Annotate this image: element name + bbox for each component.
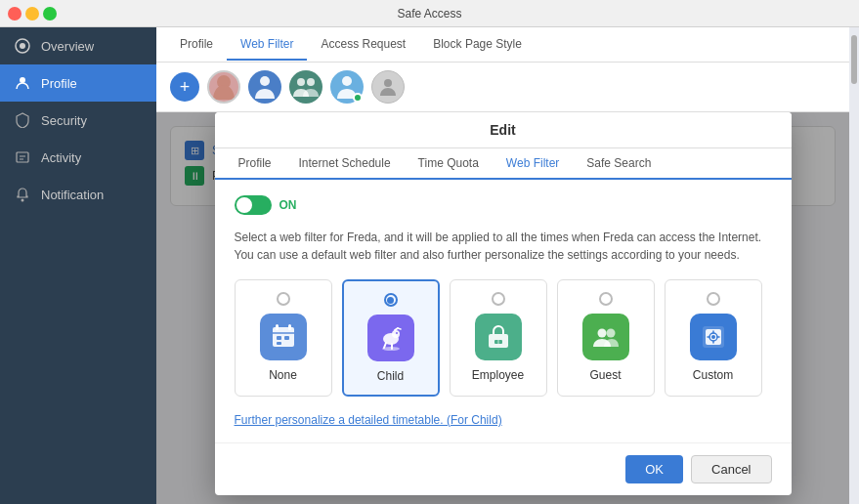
filter-option-child[interactable]: Child bbox=[342, 279, 440, 397]
avatar-user3[interactable] bbox=[289, 70, 322, 104]
svg-point-10 bbox=[307, 78, 315, 86]
sidebar-item-activity[interactable]: Activity bbox=[0, 139, 156, 176]
svg-point-2 bbox=[20, 77, 25, 83]
sidebar: Overview Profile Security bbox=[0, 27, 156, 504]
detail-link[interactable]: Further personalize a detailed timetable… bbox=[235, 413, 502, 427]
close-button[interactable] bbox=[8, 7, 21, 21]
svg-point-27 bbox=[382, 347, 400, 351]
filter-label-custom: Custom bbox=[693, 368, 733, 382]
svg-rect-13 bbox=[273, 327, 294, 347]
page-body: ⊞ Set Web Filter ⏸ Pause all Reward ⊞ Se… bbox=[156, 112, 849, 504]
sidebar-item-profile[interactable]: Profile bbox=[0, 64, 156, 102]
ok-button[interactable]: OK bbox=[625, 455, 683, 483]
web-filter-toggle[interactable] bbox=[235, 195, 272, 215]
sidebar-item-security-label: Security bbox=[41, 113, 87, 128]
svg-rect-17 bbox=[277, 336, 281, 340]
svg-point-32 bbox=[606, 329, 615, 338]
filter-label-child: Child bbox=[377, 369, 404, 383]
modal-tab-web-filter[interactable]: Web Filter bbox=[493, 148, 573, 180]
modal-overlay: Edit Profile Internet Schedule Time Quot… bbox=[156, 112, 849, 504]
main-content: Profile Web Filter Access Request Block … bbox=[156, 27, 849, 504]
tab-block-page-style[interactable]: Block Page Style bbox=[419, 29, 536, 61]
svg-point-21 bbox=[392, 330, 400, 338]
description-text: Select a web filter for Freda, and it wi… bbox=[235, 229, 772, 264]
scrollbar-thumb[interactable] bbox=[851, 35, 857, 84]
avatar-freda[interactable] bbox=[207, 70, 240, 104]
tab-profile[interactable]: Profile bbox=[166, 29, 227, 61]
toggle-row: ON bbox=[235, 195, 772, 215]
filter-radio-guest bbox=[599, 292, 613, 306]
svg-rect-19 bbox=[277, 342, 281, 345]
svg-point-8 bbox=[260, 76, 270, 86]
profile-icon bbox=[14, 74, 31, 92]
svg-rect-15 bbox=[288, 324, 291, 330]
modal-tab-profile[interactable]: Profile bbox=[225, 148, 285, 180]
modal-footer: OK Cancel bbox=[215, 442, 792, 495]
modal-tab-time-quota[interactable]: Time Quota bbox=[405, 148, 493, 180]
filter-option-custom[interactable]: Custom bbox=[665, 279, 762, 397]
sidebar-item-security[interactable]: Security bbox=[0, 102, 156, 139]
svg-rect-3 bbox=[17, 152, 28, 162]
maximize-button[interactable] bbox=[43, 7, 57, 21]
filter-label-employee: Employee bbox=[472, 368, 524, 382]
svg-point-9 bbox=[297, 78, 305, 86]
filter-icon-guest bbox=[582, 314, 629, 360]
modal-tab-safe-search[interactable]: Safe Search bbox=[573, 148, 665, 180]
filter-icon-employee bbox=[475, 314, 522, 360]
filter-radio-custom bbox=[707, 292, 720, 306]
sidebar-item-notification[interactable]: Notification bbox=[0, 176, 156, 213]
modal-header: Edit bbox=[215, 112, 792, 148]
svg-point-12 bbox=[384, 79, 392, 87]
tab-web-filter[interactable]: Web Filter bbox=[227, 29, 307, 61]
app-title: Safe Access bbox=[76, 7, 783, 21]
sidebar-item-overview-label: Overview bbox=[41, 39, 94, 54]
svg-line-25 bbox=[384, 343, 386, 348]
user-bar: + bbox=[156, 63, 849, 112]
filter-grid: None bbox=[235, 279, 772, 397]
svg-rect-14 bbox=[276, 324, 279, 330]
modal-tab-internet-schedule[interactable]: Internet Schedule bbox=[285, 148, 405, 180]
sidebar-item-overview[interactable]: Overview bbox=[0, 27, 156, 64]
security-icon bbox=[14, 111, 31, 129]
minimize-button[interactable] bbox=[25, 7, 39, 21]
tab-access-request[interactable]: Access Request bbox=[307, 29, 419, 61]
svg-line-23 bbox=[398, 328, 401, 329]
scrollbar-track[interactable] bbox=[849, 27, 859, 504]
filter-label-guest: Guest bbox=[589, 368, 621, 382]
avatar-user5[interactable] bbox=[371, 70, 405, 104]
sidebar-item-profile-label: Profile bbox=[41, 76, 77, 91]
notification-icon bbox=[14, 186, 31, 203]
titlebar: Safe Access bbox=[0, 0, 859, 27]
filter-option-employee[interactable]: Employee bbox=[450, 279, 547, 397]
modal-tabs: Profile Internet Schedule Time Quota Web… bbox=[215, 148, 792, 180]
sidebar-item-notification-label: Notification bbox=[41, 188, 104, 202]
svg-point-24 bbox=[396, 332, 398, 334]
filter-icon-none bbox=[260, 314, 307, 360]
svg-rect-18 bbox=[284, 336, 289, 340]
modal-title: Edit bbox=[490, 122, 515, 138]
activity-icon bbox=[14, 148, 31, 166]
svg-point-6 bbox=[21, 199, 24, 202]
filter-option-guest[interactable]: Guest bbox=[557, 279, 655, 397]
cancel-button[interactable]: Cancel bbox=[691, 455, 771, 483]
edit-modal: Edit Profile Internet Schedule Time Quot… bbox=[215, 112, 792, 495]
overview-icon bbox=[14, 37, 31, 55]
modal-body: ON Select a web filter for Freda, and it… bbox=[215, 180, 792, 442]
filter-radio-none bbox=[277, 292, 290, 306]
svg-point-31 bbox=[597, 329, 606, 338]
filter-radio-employee bbox=[492, 292, 505, 306]
avatar-user2[interactable] bbox=[248, 70, 281, 104]
toggle-label: ON bbox=[279, 198, 297, 212]
svg-point-11 bbox=[342, 76, 352, 86]
svg-point-1 bbox=[20, 43, 25, 49]
filter-option-none[interactable]: None bbox=[235, 279, 332, 397]
avatar-user4[interactable] bbox=[330, 70, 364, 104]
filter-label-none: None bbox=[269, 368, 297, 382]
filter-radio-child bbox=[384, 293, 398, 307]
top-tabs: Profile Web Filter Access Request Block … bbox=[156, 27, 849, 63]
filter-icon-child bbox=[367, 315, 414, 361]
svg-point-40 bbox=[711, 335, 715, 339]
filter-icon-custom bbox=[690, 314, 737, 360]
add-user-button[interactable]: + bbox=[170, 72, 199, 102]
toggle-knob bbox=[236, 197, 252, 213]
